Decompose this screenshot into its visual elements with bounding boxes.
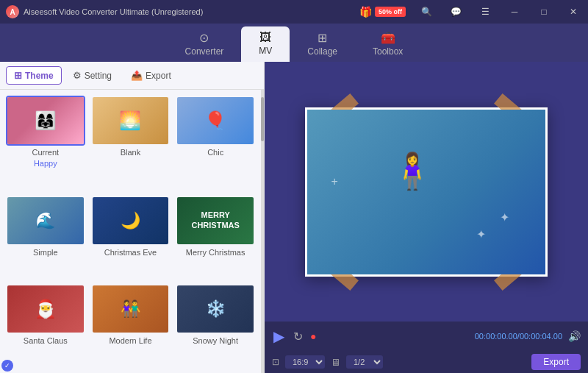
converter-icon: ⊙	[199, 31, 209, 45]
theme-item-chic[interactable]: 🎈 Chic	[176, 96, 255, 190]
monitor-icon: 🖥	[331, 357, 340, 368]
toolbox-icon: 🧰	[381, 31, 395, 45]
sub-tab-theme[interactable]: ⊞ Theme	[6, 66, 62, 85]
theme-item-merry-christmas[interactable]: MERRYCHRISTMAS Merry Christmas	[176, 196, 255, 279]
scroll-thumb[interactable]	[261, 97, 264, 141]
aspect-ratio-select[interactable]: 16:9 4:3 1:1	[285, 355, 325, 369]
title-bar-controls: 🎁 50% off 🔍 💬 ☰ ─ □ ✕	[359, 0, 588, 24]
message-title-btn[interactable]: 💬	[441, 0, 470, 24]
scroll-indicator[interactable]	[261, 90, 264, 373]
gift-icon: 🎁	[359, 6, 372, 18]
minimize-btn[interactable]: ─	[500, 0, 529, 24]
record-dot: ●	[310, 330, 316, 342]
app-logo: A	[6, 5, 19, 18]
tab-converter[interactable]: ⊙ Converter	[168, 26, 242, 62]
star-deco-3: +	[331, 175, 337, 188]
theme-icon: ⊞	[14, 70, 22, 81]
theme-label-christmas-eve: Christmas Eve	[104, 248, 157, 257]
theme-label-snowy-night: Snowy Night	[193, 336, 238, 345]
theme-label-modern-life: Modern Life	[109, 336, 151, 345]
sub-tabs: ⊞ Theme ⚙ Setting 📤 Export	[0, 62, 264, 90]
theme-item-christmas-eve[interactable]: 🌙 Christmas Eve	[91, 196, 171, 279]
theme-item-snowy-night[interactable]: ❄️ Snowy Night	[176, 284, 255, 367]
selected-check: ✓	[1, 360, 13, 372]
title-text: Aiseesoft Video Converter Ultimate (Unre…	[24, 7, 203, 16]
theme-label-simple: Simple	[33, 248, 58, 257]
tab-collage[interactable]: ⊞ Collage	[290, 26, 355, 62]
export-icon: 📤	[131, 70, 143, 81]
sub-tab-setting[interactable]: ⚙ Setting	[65, 66, 120, 85]
close-btn[interactable]: ✕	[559, 0, 588, 24]
theme-label-santa-claus: Santa Claus	[24, 336, 68, 345]
preview-character: 🧍‍♀️	[390, 151, 434, 192]
theme-item-simple[interactable]: 🌊 Simple	[6, 196, 85, 279]
title-bar: A Aiseesoft Video Converter Ultimate (Un…	[0, 0, 588, 24]
export-button[interactable]: Export	[531, 354, 581, 370]
mv-icon: 🖼	[259, 31, 271, 44]
theme-item-blank[interactable]: 🌅 Blank	[91, 96, 171, 190]
control-bar: ▶ ↻ ● 00:00:00.00/00:00:04.00 🔊	[265, 322, 588, 351]
collage-icon: ⊞	[318, 31, 327, 45]
theme-grid: 👩‍👩‍👧 ✓ Current Happy 🌅 Blank	[0, 90, 261, 373]
maximize-btn[interactable]: □	[529, 0, 559, 24]
theme-item-santa-claus[interactable]: 🎅 Santa Claus	[6, 284, 85, 367]
theme-sublabel-current: Happy	[34, 159, 57, 168]
tab-toolbox[interactable]: 🧰 Toolbox	[355, 26, 420, 62]
play-button[interactable]: ▶	[272, 326, 286, 347]
theme-label-blank: Blank	[121, 148, 141, 157]
left-panel: ⊞ Theme ⚙ Setting 📤 Export 👩‍👩‍👧	[0, 62, 265, 373]
right-panel: 🧍‍♀️ ✦ ✦ + ▶ ↻ ● 00:00:00.00/00:00:04.00…	[265, 62, 588, 373]
search-title-btn[interactable]: 🔍	[412, 0, 441, 24]
nav-tabs: ⊙ Converter 🖼 MV ⊞ Collage 🧰 Toolbox	[0, 24, 588, 62]
quality-select[interactable]: 1/2 1/4 Full	[346, 355, 383, 369]
theme-item-current[interactable]: 👩‍👩‍👧 ✓ Current Happy	[6, 96, 85, 190]
main-content: ⊞ Theme ⚙ Setting 📤 Export 👩‍👩‍👧	[0, 62, 588, 373]
preview-content: 🧍‍♀️ ✦ ✦ +	[307, 110, 545, 274]
star-deco-2: ✦	[476, 227, 486, 241]
time-display: 00:00:00.00/00:00:04.00	[475, 332, 562, 341]
theme-label-chic: Chic	[207, 148, 223, 157]
preview-area: 🧍‍♀️ ✦ ✦ +	[265, 62, 588, 322]
discount-badge[interactable]: 50% off	[375, 7, 406, 17]
tab-mv[interactable]: 🖼 MV	[241, 26, 290, 62]
theme-label-merry-christmas: Merry Christmas	[186, 248, 245, 257]
theme-label-current: Current	[32, 148, 59, 157]
star-deco-1: ✦	[500, 210, 509, 224]
sub-tab-export[interactable]: 📤 Export	[123, 66, 179, 85]
aspect-ratio-icon: ⊡	[272, 357, 279, 367]
volume-icon[interactable]: 🔊	[568, 330, 581, 342]
refresh-button[interactable]: ↻	[292, 328, 304, 345]
menu-title-btn[interactable]: ☰	[470, 0, 500, 24]
ctrl-bar-2: ⊡ 16:9 4:3 1:1 🖥 1/2 1/4 Full Export	[265, 351, 588, 373]
theme-item-modern-life[interactable]: 👫 Modern Life	[91, 284, 171, 367]
preview-frame: 🧍‍♀️ ✦ ✦ +	[305, 107, 548, 277]
setting-icon: ⚙	[73, 70, 82, 81]
